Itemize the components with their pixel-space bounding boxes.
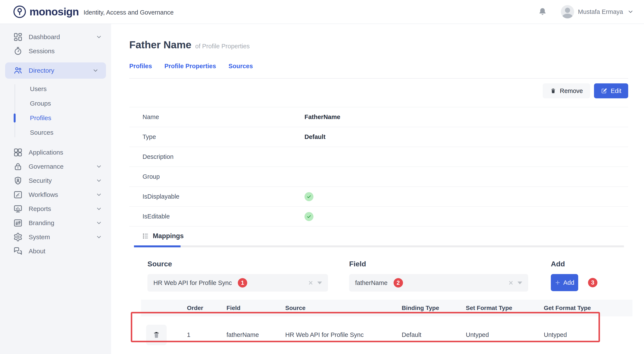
header-right: Mustafa Ermaya: [538, 5, 634, 18]
notifications-bell-icon[interactable]: [538, 7, 547, 17]
remove-button-label: Remove: [560, 87, 583, 95]
edit-button[interactable]: Edit: [594, 83, 628, 98]
sidebar-item-reports[interactable]: Reports: [0, 202, 111, 216]
user-name: Mustafa Ermaya: [578, 8, 623, 16]
chevron-down-icon: [96, 206, 102, 212]
sidebar-item-label: Reports: [29, 205, 96, 212]
detail-row-group: Group: [129, 167, 628, 187]
plus-icon: [555, 280, 561, 286]
chevron-down-icon: [96, 34, 102, 40]
page-title: Father Name: [129, 39, 192, 51]
detail-label: IsEditable: [142, 213, 304, 220]
check-icon: [306, 214, 312, 219]
cell-set-format-type: Untyped: [466, 331, 544, 338]
governance-lock-icon: [13, 162, 23, 171]
tab-sources[interactable]: Sources: [228, 63, 253, 70]
checked-badge: [304, 192, 314, 201]
field-select-value: fatherName: [355, 279, 388, 286]
sidebar-item-profiles[interactable]: Profiles: [0, 111, 111, 125]
sidebar-item-branding[interactable]: Branding: [0, 216, 111, 230]
brand-logo[interactable]: monosign Identity, Access and Governance: [13, 5, 174, 19]
list-icon: [142, 233, 149, 239]
sidebar-item-workflows[interactable]: Workflows: [0, 188, 111, 202]
checked-badge: [304, 212, 314, 221]
sidebar-item-label: System: [29, 233, 96, 241]
detail-label: Name: [142, 114, 304, 121]
select-controls: [308, 280, 322, 286]
main-content: Father Name of Profile Properties Profil…: [111, 24, 644, 354]
edit-button-label: Edit: [611, 87, 621, 95]
col-header-get-format-type: Get Format Type: [544, 305, 632, 311]
sidebar-item-users[interactable]: Users: [0, 82, 111, 96]
directory-people-icon: [13, 66, 23, 75]
clear-x-icon[interactable]: [508, 280, 514, 286]
user-menu-chevron-down-icon[interactable]: [627, 9, 634, 15]
annotation-badge-1: 1: [238, 278, 247, 287]
mappings-tab-label: Mappings: [153, 232, 184, 240]
mappings-table-header: Order Field Source Binding Type Set Form…: [141, 300, 632, 316]
avatar-head: [565, 8, 570, 13]
sidebar-item-label: Branding: [29, 219, 96, 227]
field-heading: Field: [349, 260, 551, 268]
sidebar-item-label: Users: [30, 85, 46, 93]
user-avatar[interactable]: [561, 5, 574, 18]
detail-row-description: Description: [129, 147, 628, 167]
cell-order: 1: [187, 331, 226, 338]
sidebar-item-label: Directory: [29, 67, 92, 74]
field-column: Field fatherName 2: [349, 260, 551, 291]
sidebar-item-label: Applications: [29, 149, 102, 156]
trash-icon: [152, 331, 160, 339]
table-row: 1 fatherName HR Web API for Profile Sync…: [141, 316, 632, 353]
tab-profiles[interactable]: Profiles: [129, 63, 152, 70]
dropdown-caret-icon[interactable]: [518, 281, 522, 284]
cell-get-format-type: Untyped: [544, 331, 632, 338]
detail-label: Group: [142, 173, 304, 180]
col-header-source: Source: [285, 305, 402, 311]
mappings-tab-track: [134, 245, 624, 247]
sidebar-item-governance[interactable]: Governance: [0, 159, 111, 174]
sidebar-item-dashboard[interactable]: Dashboard: [0, 30, 111, 44]
app-header: monosign Identity, Access and Governance…: [0, 0, 644, 24]
detail-label: Description: [142, 153, 304, 160]
sidebar-item-security[interactable]: Security: [0, 174, 111, 188]
sidebar-item-directory[interactable]: Directory: [5, 63, 106, 79]
monosign-logo-icon: [13, 5, 26, 19]
detail-label: Type: [142, 133, 304, 140]
chevron-down-icon: [96, 192, 102, 198]
field-select[interactable]: fatherName 2: [349, 274, 528, 291]
delete-mapping-button[interactable]: [146, 325, 167, 345]
add-column: Add Add 3: [551, 260, 598, 291]
remove-button[interactable]: Remove: [543, 83, 590, 98]
tab-mappings[interactable]: Mappings: [129, 232, 628, 240]
sidebar-item-sessions[interactable]: Sessions: [0, 44, 111, 58]
sidebar-lower-group: Applications Governance Security Workflo…: [0, 145, 111, 258]
cell-field: fatherName: [226, 331, 285, 338]
directory-submenu: Users Groups Profiles Sources: [0, 82, 111, 140]
brand-name: monosign: [30, 6, 79, 18]
actions-bar: Remove Edit: [129, 83, 628, 98]
sidebar-item-sources[interactable]: Sources: [0, 125, 111, 140]
sidebar-item-applications[interactable]: Applications: [0, 145, 111, 159]
sidebar-item-label: Sources: [30, 129, 54, 136]
trash-icon: [550, 88, 556, 94]
sidebar-item-groups[interactable]: Groups: [0, 96, 111, 111]
source-select[interactable]: HR Web API for Profile Sync 1: [148, 274, 328, 291]
sidebar-item-label: Workflows: [29, 191, 96, 198]
sessions-stopwatch-icon: [13, 46, 23, 56]
sidebar-item-label: About: [29, 247, 102, 255]
mappings-table: Order Field Source Binding Type Set Form…: [141, 300, 632, 353]
add-mapping-button[interactable]: Add: [551, 274, 578, 291]
about-chat-icon: [13, 246, 23, 256]
add-heading: Add: [551, 260, 598, 268]
annotation-badge-2: 2: [394, 278, 403, 287]
col-header-set-format-type: Set Format Type: [466, 305, 544, 311]
property-details: Name FatherName Type Default Description…: [129, 107, 628, 227]
detail-row-isdisplayable: IsDisplayable: [129, 187, 628, 207]
chevron-down-icon: [96, 177, 102, 184]
dropdown-caret-icon[interactable]: [317, 281, 322, 284]
sidebar-item-system[interactable]: System: [0, 230, 111, 244]
sidebar-item-about[interactable]: About: [0, 244, 111, 258]
clear-x-icon[interactable]: [308, 280, 314, 286]
tab-profile-properties[interactable]: Profile Properties: [164, 63, 216, 70]
avatar-body: [562, 14, 573, 18]
